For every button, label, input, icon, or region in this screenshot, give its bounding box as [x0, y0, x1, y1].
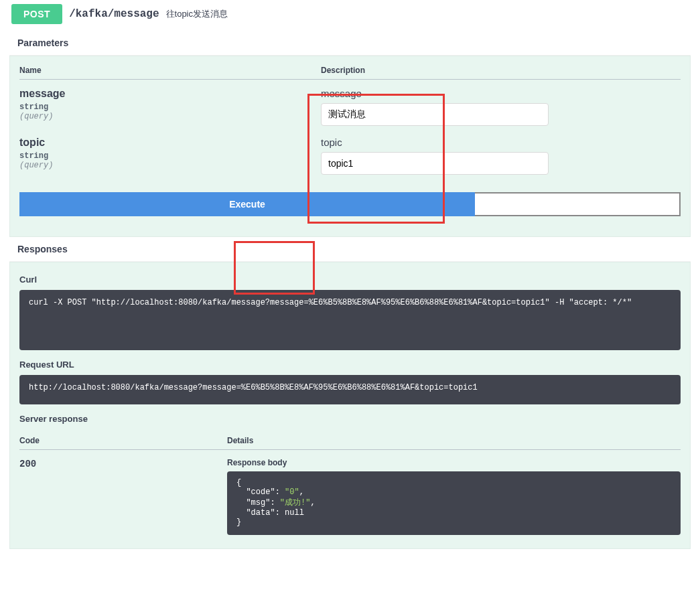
param-type: string — [19, 151, 321, 161]
operation-summary: 往topic发送消息 — [166, 8, 228, 20]
param-input-topic[interactable] — [321, 152, 549, 175]
param-row: message string (query) message — [19, 88, 681, 126]
param-label: message — [321, 88, 681, 99]
curl-block[interactable]: curl -X POST "http://localhost:8080/kafk… — [19, 290, 681, 350]
param-type: string — [19, 102, 321, 112]
response-code-header: Code — [19, 436, 227, 445]
operation-path: /kafka/message — [69, 8, 159, 20]
param-location: (query) — [19, 112, 321, 121]
response-details-header: Details — [227, 436, 681, 445]
request-url-block[interactable]: http://localhost:8080/kafka/message?mess… — [19, 375, 681, 404]
param-label: topic — [321, 137, 681, 148]
responses-panel: Curl curl -X POST "http://localhost:8080… — [9, 262, 691, 549]
param-name: message — [19, 88, 321, 100]
param-input-message[interactable] — [321, 103, 549, 126]
request-url-label: Request URL — [19, 360, 681, 370]
response-body-block[interactable]: { "code": "0", "msg": "成功!", "data": nul… — [227, 471, 681, 535]
clear-button[interactable] — [475, 192, 681, 216]
operation-header[interactable]: POST /kafka/message 往topic发送消息 — [9, 3, 691, 31]
method-badge: POST — [11, 4, 62, 24]
curl-label: Curl — [19, 275, 681, 285]
response-status-code: 200 — [19, 459, 36, 469]
param-location: (query) — [19, 161, 321, 170]
parameters-section-header: Parameters — [9, 31, 691, 56]
responses-section-header: Responses — [9, 237, 691, 262]
parameters-panel: Name Description message string (query) … — [9, 56, 691, 237]
param-name: topic — [19, 137, 321, 149]
param-header-description: Description — [321, 66, 681, 75]
response-body-label: Response body — [227, 458, 681, 467]
param-header-name: Name — [19, 66, 321, 75]
server-response-label: Server response — [19, 414, 681, 424]
execute-button[interactable]: Execute — [19, 192, 475, 216]
param-row: topic string (query) topic — [19, 137, 681, 175]
